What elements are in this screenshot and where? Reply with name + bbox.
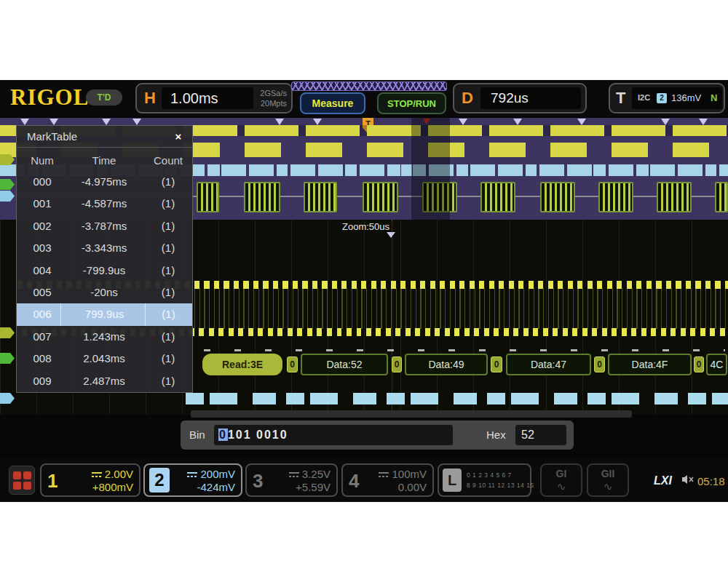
channel-3-info: 3.25V +5.59V (264, 468, 331, 494)
logic-channels-block[interactable]: L 0 1 2 3 4 5 6 7 8 9 10 11 12 13 14 15 (438, 463, 531, 497)
row-count: (1) (145, 171, 191, 193)
channel-4-block[interactable]: 4 100mV 0.00V (341, 463, 434, 497)
row-time: 2.043ms (60, 348, 148, 370)
bin-digits: 101 0010 (228, 428, 288, 441)
channel-4-offset: 0.00V (398, 481, 427, 493)
table-row[interactable]: 003 -3.343ms (1) (17, 237, 192, 259)
row-time: 1.243ms (60, 326, 148, 348)
channel-3-number: 3 (253, 469, 263, 493)
table-row-selected[interactable]: 006 799.9us (1) (17, 303, 192, 325)
decode-data-box: Data:47 (506, 354, 591, 375)
channel-marker-chevron (577, 119, 586, 125)
trigger-group[interactable]: T I2C 2 136mV N (609, 83, 725, 113)
row-count: (1) (145, 215, 191, 237)
timebase-value[interactable]: 1.00ms (162, 87, 253, 109)
table-row[interactable]: 001 -4.587ms (1) (17, 193, 192, 215)
channel-4-number: 4 (349, 469, 359, 493)
delay-group[interactable]: D 792us (453, 83, 587, 113)
marktable-title: MarkTable (27, 130, 77, 143)
binhex-readout-bar: Bin 0101 0010 Hex 52 (181, 420, 574, 450)
menu-grid-button[interactable] (9, 466, 35, 495)
dc-coupling-icon (289, 471, 299, 479)
row-count: (1) (145, 326, 191, 348)
channel-1-scale: 2.00V (105, 468, 133, 480)
channel-2-info: 200mV -424mV (168, 468, 235, 494)
logic-label: L (443, 469, 462, 492)
bottom-status-bar: 1 2.00V +800mV 2 200mV -424mV 3 3.25V +5… (0, 458, 728, 502)
channel-2-offset: -424mV (197, 481, 235, 493)
page-canvas: RIGOL T'D H 1.00ms 2GSa/s 20Mpts Measure… (0, 0, 728, 582)
table-row[interactable]: 002 -3.787ms (1) (17, 215, 192, 237)
row-time: -3.343ms (60, 237, 148, 259)
table-row[interactable]: 005 -20ns (1) (17, 282, 192, 303)
channel-1-block[interactable]: 1 2.00V +800mV (40, 463, 141, 497)
table-row[interactable]: 007 1.243ms (1) (17, 326, 192, 348)
table-row[interactable]: 008 2.043ms (1) (17, 348, 192, 370)
generator-1-button[interactable]: GI ∿ (540, 463, 582, 497)
channel-marker-chevron (132, 119, 141, 125)
memory-depth: 20Mpts (243, 98, 287, 108)
channel-marker-chevron (313, 119, 322, 125)
row-time: -799.9us (60, 260, 148, 282)
marktable-panel: MarkTable × Num Time Count 000 -4.975ms … (16, 125, 193, 393)
oscilloscope-screen: RIGOL T'D H 1.00ms 2GSa/s 20Mpts Measure… (0, 80, 728, 502)
row-time: -3.787ms (60, 215, 148, 237)
hex-value-field[interactable]: 52 (515, 425, 566, 445)
marktable-titlebar[interactable]: MarkTable × (17, 126, 192, 148)
decode-data-box: Data:4F (608, 354, 692, 375)
decode-burst-box (197, 182, 219, 212)
decode-read-box: Read:3E (202, 354, 282, 375)
table-row[interactable]: 009 2.487ms (1) (17, 370, 192, 392)
sample-rate: 2GSa/s (243, 88, 287, 98)
t-label: T (616, 84, 625, 112)
dc-coupling-icon (187, 471, 197, 479)
row-time: 2.487ms (60, 370, 148, 392)
decode-burst-box (480, 182, 515, 212)
bin-value-field[interactable]: 0101 0010 (214, 425, 453, 445)
rigol-logo: RIGOL (10, 84, 89, 111)
trigger-info-box[interactable]: I2C 2 136mV N (632, 87, 722, 109)
row-count: (1) (145, 237, 191, 259)
channel-marker-chevron (50, 119, 58, 125)
decode-burst-box (657, 182, 692, 212)
channel-marker-chevron (699, 119, 708, 125)
logic-row-1: 0 1 2 3 4 5 6 7 (467, 470, 529, 480)
channel-3-block[interactable]: 3 3.25V +5.59V (245, 463, 338, 497)
channel-marker-chevron (661, 119, 670, 125)
acquisition-rates: 2GSa/s 20Mpts (243, 88, 287, 108)
generator-2-button[interactable]: GII ∿ (587, 463, 629, 497)
channel-marker-chevron (275, 119, 284, 125)
row-count: (1) (145, 260, 191, 282)
row-time: -20ns (60, 282, 148, 303)
zoom-region-shade[interactable] (411, 118, 450, 220)
decode-data-box: Data:52 (301, 354, 388, 375)
row-count: (1) (145, 282, 191, 303)
trigger-status-badge[interactable]: T'D (86, 89, 122, 105)
table-row[interactable]: 000 -4.975ms (1) (17, 171, 192, 193)
column-time: Time (60, 151, 148, 171)
close-icon[interactable]: × (170, 129, 187, 145)
horizontal-group[interactable]: H 1.00ms 2GSa/s 20Mpts (135, 83, 293, 113)
hex-label: Hex (486, 428, 506, 441)
channel-2-scale: 200mV (200, 468, 235, 480)
decode-sample-ticks (204, 349, 725, 351)
channel-2-block[interactable]: 2 200mV -424mV (143, 463, 242, 497)
bin-label: Bin (189, 428, 205, 441)
channel-marker-chevron (20, 119, 29, 125)
channel-3-scale: 3.25V (302, 468, 331, 480)
sine-wave-icon: ∿ (542, 481, 581, 493)
table-row[interactable]: 004 -799.9us (1) (17, 260, 192, 282)
delay-value[interactable]: 792us (480, 87, 581, 109)
measure-button[interactable]: Measure (300, 92, 365, 114)
h-label: H (144, 84, 156, 112)
stop-run-button[interactable]: STOP/RUN (377, 92, 446, 114)
logic-channel-numbers: 0 1 2 3 4 5 6 7 8 9 10 11 12 13 14 15 (467, 470, 529, 490)
decode-burst-box (304, 182, 337, 212)
d-label: D (462, 84, 473, 112)
sine-wave-icon: ∿ (588, 481, 628, 493)
channel-3-offset: +5.59V (296, 481, 331, 493)
system-time: 05:18 (697, 475, 725, 487)
decode-data-box: Data:49 (405, 354, 488, 375)
trigger-type: I2C (638, 93, 650, 102)
trigger-level: 136mV (671, 92, 701, 103)
